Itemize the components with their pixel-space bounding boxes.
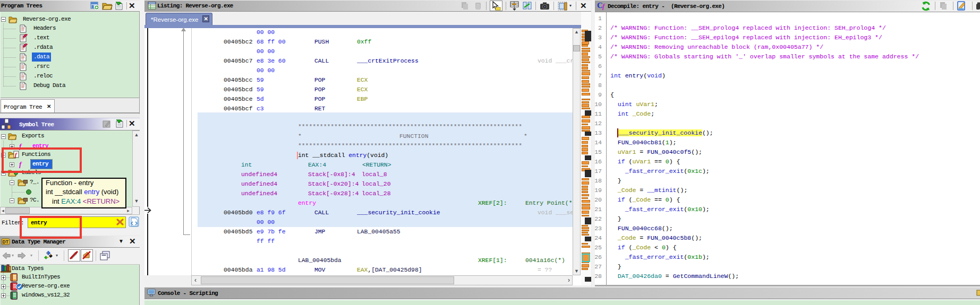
svg-text:DT: DT [3,239,9,245]
